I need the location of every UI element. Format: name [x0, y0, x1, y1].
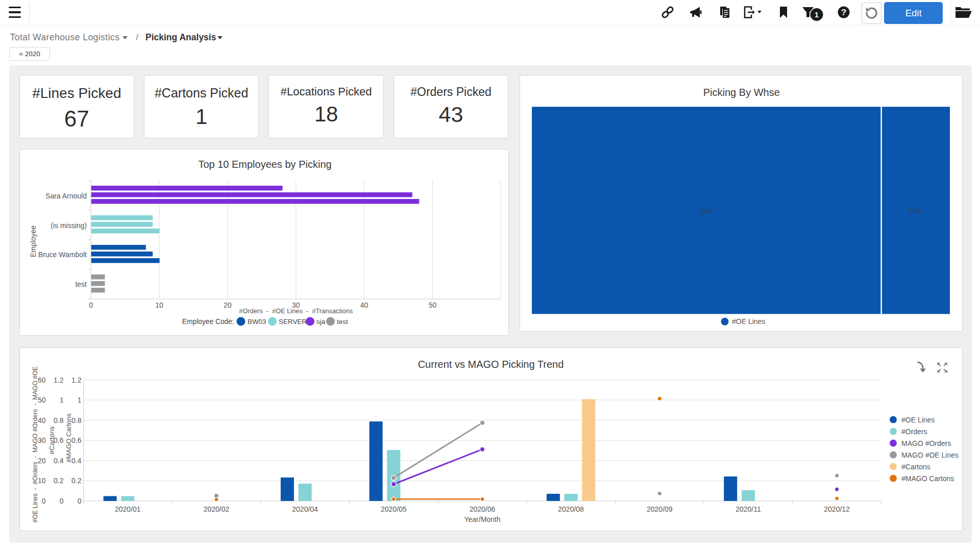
svg-text:Top 10 Employees by Picking: Top 10 Employees by Picking [198, 159, 331, 170]
svg-text:40: 40 [360, 301, 368, 309]
svg-text:0: 0 [77, 496, 81, 505]
svg-text:#OE Lines - #Orders - MAGO: #OE Lines - #Orders - MAGO #Orders - MAG… [32, 366, 39, 522]
svg-text:0.4: 0.4 [54, 456, 64, 464]
svg-text:1.2: 1.2 [71, 375, 82, 384]
svg-text:sja: sja [316, 318, 326, 325]
svg-text:Employee Code:: Employee Code: [182, 318, 234, 325]
svg-text:#Cartons: #Cartons [47, 426, 55, 454]
svg-text:2020/12: 2020/12 [824, 505, 850, 513]
svg-text:SJA: SJA [701, 208, 713, 215]
svg-text:60: 60 [37, 375, 45, 384]
svg-text:0.2: 0.2 [54, 477, 64, 485]
svg-text:2020/08: 2020/08 [558, 505, 584, 513]
svg-text:#Orders: #Orders [901, 427, 927, 435]
svg-text:Sara Arnould: Sara Arnould [45, 192, 87, 200]
svg-text:2020/01: 2020/01 [114, 505, 140, 513]
svg-text:Year/Month: Year/Month [464, 515, 500, 523]
svg-text:30: 30 [37, 436, 45, 444]
svg-text:10: 10 [37, 477, 45, 485]
svg-text:Picking By Whse: Picking By Whse [703, 87, 780, 98]
svg-text:0.8: 0.8 [71, 416, 82, 424]
svg-text:0: 0 [41, 496, 45, 505]
svg-text:0.8: 0.8 [54, 416, 64, 424]
svg-text:20: 20 [224, 301, 232, 309]
svg-text:MAGO #Orders: MAGO #Orders [901, 439, 951, 447]
svg-text:#OE Lines: #OE Lines [732, 317, 765, 325]
svg-text:?: ? [841, 8, 846, 17]
svg-text:2020/02: 2020/02 [203, 505, 229, 513]
svg-text:Employee: Employee [29, 226, 37, 257]
svg-text:test: test [337, 318, 348, 325]
svg-text:1.2: 1.2 [54, 375, 64, 384]
svg-text:2020/09: 2020/09 [646, 505, 672, 513]
svg-text:50: 50 [37, 396, 45, 404]
svg-text:0.4: 0.4 [71, 456, 82, 464]
svg-text:SERVER: SERVER [279, 318, 307, 325]
svg-text:Bruce Wambolt: Bruce Wambolt [38, 251, 86, 259]
svg-text:test: test [75, 280, 87, 288]
svg-text:50: 50 [428, 301, 436, 309]
svg-text:Current vs MAGO Picking Trend: Current vs MAGO Picking Trend [418, 359, 564, 370]
svg-text:#MAGO Cartons: #MAGO Cartons [64, 413, 72, 462]
svg-text:#Cartons: #Cartons [901, 462, 930, 470]
svg-text:0.2: 0.2 [71, 477, 82, 485]
svg-text:0: 0 [59, 496, 63, 505]
svg-text:#Orders - #OE Lines - #Tra: #Orders - #OE Lines - #Transactions [239, 307, 353, 315]
svg-text:(is missing): (is missing) [51, 221, 87, 230]
svg-text:2020/05: 2020/05 [380, 505, 406, 513]
svg-text:0: 0 [89, 301, 93, 309]
svg-text:1: 1 [59, 396, 63, 404]
svg-text:10: 10 [155, 301, 163, 309]
svg-text:TWL: TWL [909, 208, 922, 215]
svg-text:MAGO #OE Lines: MAGO #OE Lines [901, 450, 959, 459]
svg-text:1: 1 [77, 396, 81, 404]
svg-text:BW03: BW03 [248, 318, 266, 325]
svg-text:40: 40 [37, 416, 45, 424]
svg-text:0.6: 0.6 [71, 436, 82, 444]
svg-text:#MAGO Cartons: #MAGO Cartons [901, 474, 954, 482]
svg-text:2020/04: 2020/04 [292, 505, 318, 513]
svg-text:2020/06: 2020/06 [469, 505, 495, 513]
svg-text:20: 20 [37, 456, 45, 464]
svg-text:1: 1 [815, 11, 819, 19]
svg-text:2020/11: 2020/11 [736, 505, 761, 513]
svg-text:#OE Lines: #OE Lines [901, 415, 935, 423]
